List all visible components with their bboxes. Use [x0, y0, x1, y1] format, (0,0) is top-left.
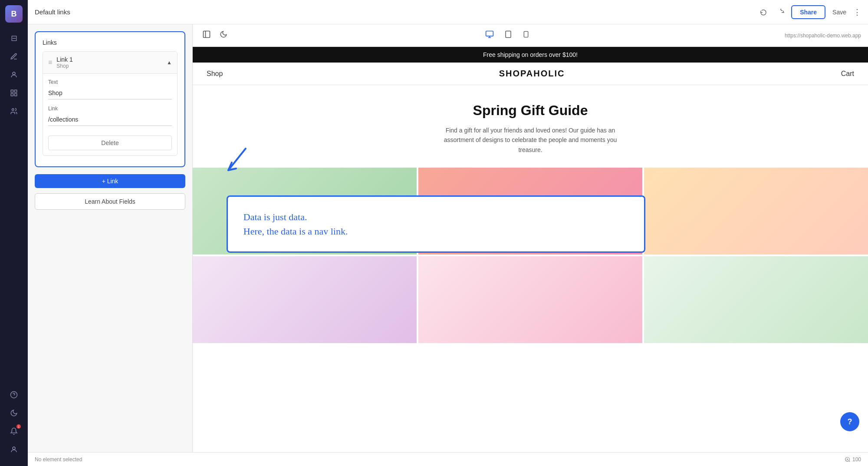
sidebar-icon-team[interactable]	[5, 103, 23, 119]
learn-fields-button[interactable]: Learn About Fields	[35, 193, 185, 210]
svg-rect-4	[15, 94, 17, 96]
status-bar: No element selected 100	[28, 452, 868, 466]
drag-handle-icon[interactable]: ≡	[48, 59, 52, 66]
svg-line-18	[849, 460, 850, 462]
shop-nav-right[interactable]: Cart	[841, 70, 854, 78]
desktop-view-button[interactable]	[483, 28, 496, 43]
zoom-indicator: 100	[845, 456, 861, 463]
sidebar-icon-edit[interactable]	[5, 49, 23, 64]
left-panel: Links ≡ Link 1 Shop ▲ Text	[28, 24, 193, 452]
links-panel: Links ≡ Link 1 Shop ▲ Text	[35, 31, 185, 167]
link-name-1: Link 1	[56, 56, 167, 63]
zoom-icon	[845, 456, 851, 463]
svg-point-5	[12, 109, 14, 111]
text-field-group: Text	[48, 79, 172, 99]
hero-desc: Find a gift for all your friends and lov…	[444, 126, 617, 155]
shop-image-5	[418, 256, 642, 343]
link-field-group: Link	[48, 106, 172, 126]
annotation-line2: Here, the data is a nav link.	[243, 224, 628, 238]
preview-area: https://shopaholic-demo.web.app Free shi…	[193, 24, 868, 452]
shop-brand: SHOPAHOLIC	[499, 69, 565, 79]
shop-hero: Spring Gift Guide Find a gift for all yo…	[193, 85, 868, 168]
zoom-value: 100	[852, 456, 861, 463]
main-container: Default links Share Save ⋮ Links	[28, 0, 868, 466]
link-field-input[interactable]	[48, 113, 172, 126]
link-field-label: Link	[48, 106, 172, 112]
mobile-view-button[interactable]	[520, 29, 532, 42]
add-link-button[interactable]: + Link	[35, 174, 185, 188]
sidebar-icon-grid[interactable]	[5, 85, 23, 101]
dark-mode-button[interactable]	[217, 29, 230, 42]
svg-point-7	[13, 447, 15, 449]
share-button[interactable]: Share	[791, 5, 825, 19]
svg-rect-3	[11, 94, 13, 96]
chevron-up-icon[interactable]: ▲	[167, 59, 172, 66]
shop-banner: Free shipping on orders over $100!	[193, 47, 868, 63]
delete-link-button[interactable]: Delete	[48, 136, 172, 150]
tablet-view-button[interactable]	[502, 29, 515, 42]
save-button[interactable]: Save	[829, 6, 850, 18]
text-field-input[interactable]	[48, 87, 172, 99]
page-title: Default links	[35, 8, 753, 16]
link-item-1: ≡ Link 1 Shop ▲ Text Link	[43, 51, 178, 156]
link-url-1: Shop	[56, 63, 167, 69]
sidebar-icon-help[interactable]	[5, 387, 23, 403]
canvas-toolbar-left	[200, 28, 230, 43]
hero-title: Spring Gift Guide	[207, 102, 854, 119]
shop-nav: Shop SHOPAHOLIC Cart	[193, 63, 868, 85]
undo-button[interactable]	[756, 5, 770, 19]
sidebar-icon-account[interactable]	[5, 442, 23, 457]
shop-images	[193, 168, 868, 345]
annotation-line1: Data is just data.	[243, 210, 628, 224]
text-field-label: Text	[48, 79, 172, 85]
link-info-1: Link 1 Shop	[56, 56, 167, 69]
sidebar-icon-moon[interactable]	[5, 405, 23, 421]
annotation-overlay: Data is just data. Here, the data is a n…	[227, 195, 645, 253]
svg-rect-8	[204, 31, 210, 38]
icon-sidebar: B ⊟	[0, 0, 28, 466]
svg-point-0	[13, 72, 15, 75]
help-button[interactable]: ?	[840, 412, 859, 431]
link-item-1-header[interactable]: ≡ Link 1 Shop ▲	[43, 52, 177, 73]
arrow-annotation	[220, 144, 254, 181]
svg-rect-1	[11, 90, 13, 92]
shop-image-4	[193, 256, 417, 343]
shop-image-6	[644, 256, 868, 343]
annotation-text: Data is just data. Here, the data is a n…	[243, 210, 628, 238]
sidebar-icon-bell[interactable]: 1	[5, 423, 23, 439]
topbar: Default links Share Save ⋮	[28, 0, 868, 24]
sidebar-icon-users[interactable]	[5, 67, 23, 83]
content-area: Links ≡ Link 1 Shop ▲ Text	[28, 24, 868, 452]
shop-image-3	[644, 168, 868, 254]
links-panel-title: Links	[43, 39, 178, 46]
notification-badge-count: 1	[16, 424, 21, 429]
toggle-panels-button[interactable]	[200, 28, 214, 43]
svg-rect-2	[15, 90, 17, 92]
canvas-toolbar-center	[483, 28, 532, 43]
more-options-button[interactable]: ⋮	[853, 7, 861, 17]
shop-nav-left[interactable]: Shop	[207, 70, 223, 78]
app-logo[interactable]: B	[5, 5, 23, 23]
canvas-toolbar: https://shopaholic-demo.web.app	[193, 24, 868, 47]
redo-button[interactable]	[774, 5, 788, 19]
topbar-actions: Share Save ⋮	[756, 5, 861, 19]
link-expanded-1: Text Link Delete	[43, 73, 177, 155]
svg-rect-10	[486, 31, 493, 36]
preview-url: https://shopaholic-demo.web.app	[785, 33, 861, 39]
sidebar-icon-layers[interactable]: ⊟	[5, 30, 23, 46]
status-text: No element selected	[35, 456, 82, 463]
